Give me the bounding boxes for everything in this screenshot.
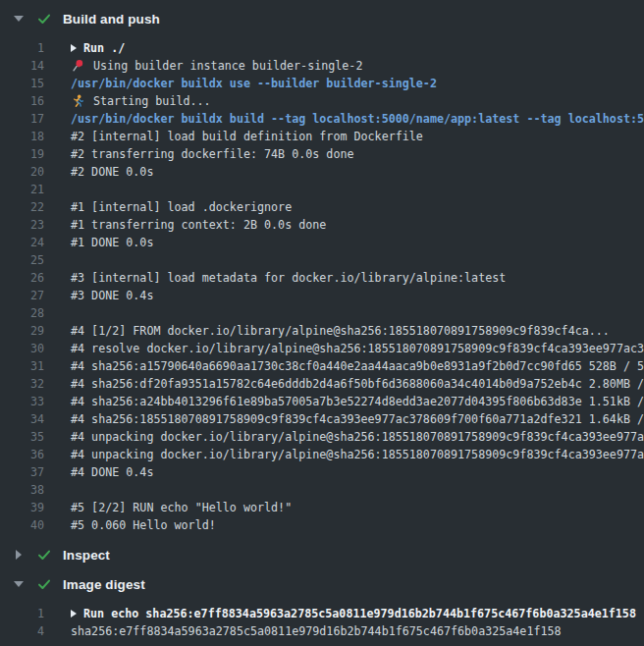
line-text: #4 DONE 0.4s [71, 463, 153, 481]
line-number[interactable]: 1 [0, 605, 44, 622]
line-number[interactable]: 17 [0, 110, 44, 128]
line-number[interactable]: 30 [0, 340, 44, 357]
line-number[interactable]: 35 [0, 428, 44, 446]
line-content: #4 sha256:185518070891758909c9f839cf4ca3… [71, 410, 644, 428]
line-text: #5 [2/2] RUN echo "Hello world!" [71, 499, 292, 516]
line-content: #4 unpacking docker.io/library/alpine@sh… [71, 428, 644, 446]
line-content: #4 unpacking docker.io/library/alpine@sh… [71, 446, 644, 463]
line-content: #1 transferring context: 2B 0.0s done [71, 216, 326, 234]
line-content: #4 sha256:a15790640a6690aa1730c38cf0a440… [71, 357, 644, 375]
line-text: #4 unpacking docker.io/library/alpine@sh… [71, 428, 644, 446]
log-line: 26 #3 [internal] load metadata for docke… [0, 269, 644, 287]
line-text: Using builder instance builder-single-2 [93, 57, 362, 75]
expand-toggle-icon[interactable] [16, 550, 22, 560]
expand-toggle-icon[interactable] [14, 581, 24, 587]
line-content: #4 sha256:a24bb4013296f61e89ba57005a7b3e… [71, 393, 644, 410]
line-content: Using builder instance builder-single-2 [71, 57, 362, 75]
line-number[interactable]: 40 [0, 516, 44, 534]
line-number[interactable]: 39 [0, 499, 44, 516]
runner-emoji-icon [71, 94, 84, 108]
line-content: #1 DONE 0.0s [71, 234, 153, 251]
line-content: #3 DONE 0.4s [71, 287, 153, 304]
section-header-build-and-push[interactable]: Build and push [0, 4, 644, 33]
line-number[interactable]: 19 [0, 145, 44, 163]
line-number[interactable]: 33 [0, 393, 44, 410]
log-line: 16 Starting build... [0, 92, 644, 110]
log-line: 4 sha256:e7ff8834a5963a2785c5a0811e979d1… [0, 622, 644, 640]
line-number[interactable]: 26 [0, 269, 44, 287]
log-line: 15 /usr/bin/docker buildx use --builder … [0, 75, 644, 92]
log-line: 28 [0, 304, 644, 322]
log-line: 40 #5 0.060 Hello world! [0, 516, 644, 534]
line-number[interactable]: 23 [0, 216, 44, 234]
log-line: 1 Run ./ [0, 39, 644, 57]
line-text: #2 transferring dockerfile: 74B 0.0s don… [71, 145, 354, 163]
log-line: 33 #4 sha256:a24bb4013296f61e89ba57005a7… [0, 393, 644, 410]
line-text: #4 sha256:df20fa9351a15782c64e6dddb2d4a6… [71, 375, 644, 393]
expand-run-arrow-icon[interactable] [71, 610, 77, 618]
log-line: 25 [0, 251, 644, 269]
success-check-icon [36, 576, 52, 592]
line-number[interactable]: 38 [0, 481, 44, 499]
line-number[interactable]: 37 [0, 463, 44, 481]
line-content: #2 DONE 0.0s [71, 163, 153, 181]
log-line: 39 #5 [2/2] RUN echo "Hello world!" [0, 499, 644, 516]
line-number[interactable]: 31 [0, 357, 44, 375]
log-line: 24 #1 DONE 0.0s [0, 234, 644, 251]
log-section: Build and push 1 Run ./ 14 Using builder… [0, 4, 644, 534]
line-content: Starting build... [71, 92, 211, 110]
section-title: Inspect [63, 548, 110, 563]
line-number[interactable]: 16 [0, 92, 44, 110]
line-number[interactable]: 18 [0, 128, 44, 145]
workflow-log: Build and push 1 Run ./ 14 Using builder… [0, 0, 644, 640]
line-content: Run echo sha256:e7ff8834a5963a2785c5a081… [71, 605, 636, 622]
expand-run-arrow-icon[interactable] [71, 44, 77, 52]
line-number[interactable]: 27 [0, 287, 44, 304]
line-number[interactable]: 29 [0, 322, 44, 340]
line-text: #4 resolve docker.io/library/alpine@sha2… [71, 340, 644, 357]
line-number[interactable]: 34 [0, 410, 44, 428]
line-text: sha256:e7ff8834a5963a2785c5a0811e979d16b… [71, 622, 562, 640]
section-title: Image digest [63, 577, 145, 592]
line-content: #3 [internal] load metadata for docker.i… [71, 269, 506, 287]
section-lines: 1 Run ./ 14 Using builder instance build… [0, 39, 644, 534]
log-line: 32 #4 sha256:df20fa9351a15782c64e6dddb2d… [0, 375, 644, 393]
line-number[interactable]: 14 [0, 57, 44, 75]
line-number[interactable]: 22 [0, 198, 44, 216]
line-text: Run ./ [83, 39, 125, 57]
log-line: 19 #2 transferring dockerfile: 74B 0.0s … [0, 145, 644, 163]
line-text: /usr/bin/docker buildx build --tag local… [71, 110, 644, 128]
line-text: #1 DONE 0.0s [71, 234, 153, 251]
line-content: #1 [internal] load .dockerignore [71, 198, 292, 216]
line-text: #4 unpacking docker.io/library/alpine@sh… [71, 446, 644, 463]
line-content: #4 DONE 0.4s [71, 463, 153, 481]
line-number[interactable]: 36 [0, 446, 44, 463]
line-number[interactable]: 20 [0, 163, 44, 181]
section-title: Build and push [63, 12, 160, 27]
line-number[interactable]: 15 [0, 75, 44, 92]
line-number[interactable]: 25 [0, 251, 44, 269]
line-content: #2 transferring dockerfile: 74B 0.0s don… [71, 145, 354, 163]
line-number[interactable]: 1 [0, 39, 44, 57]
line-text: #4 sha256:a15790640a6690aa1730c38cf0a440… [71, 357, 644, 375]
log-line: 21 [0, 181, 644, 198]
line-text: #2 DONE 0.0s [71, 163, 153, 181]
expand-toggle-icon[interactable] [14, 16, 24, 22]
log-line: 30 #4 resolve docker.io/library/alpine@s… [0, 340, 644, 357]
line-number[interactable]: 21 [0, 181, 44, 198]
section-lines: 1 Run echo sha256:e7ff8834a5963a2785c5a0… [0, 605, 644, 640]
log-line: 23 #1 transferring context: 2B 0.0s done [0, 216, 644, 234]
line-text: Starting build... [93, 92, 211, 110]
log-line: 18 #2 [internal] load build definition f… [0, 128, 644, 145]
line-number[interactable]: 24 [0, 234, 44, 251]
section-header-inspect[interactable]: Inspect [0, 540, 644, 569]
log-line: 22 #1 [internal] load .dockerignore [0, 198, 644, 216]
line-text: /usr/bin/docker buildx use --builder bui… [71, 75, 437, 92]
log-line: 37 #4 DONE 0.4s [0, 463, 644, 481]
line-number[interactable]: 32 [0, 375, 44, 393]
log-line: 17 /usr/bin/docker buildx build --tag lo… [0, 110, 644, 128]
line-number[interactable]: 28 [0, 304, 44, 322]
line-number[interactable]: 4 [0, 622, 44, 640]
section-header-image-digest[interactable]: Image digest [0, 569, 644, 599]
log-line: 36 #4 unpacking docker.io/library/alpine… [0, 446, 644, 463]
